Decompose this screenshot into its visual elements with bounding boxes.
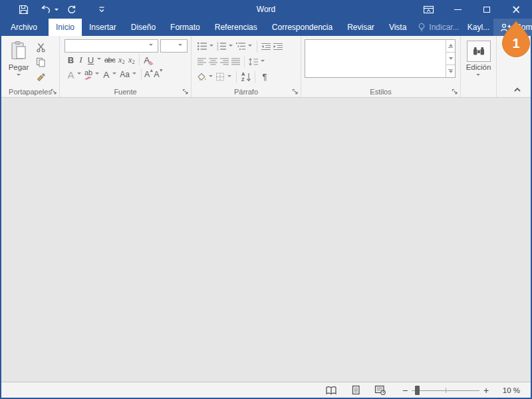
zoom-in-button[interactable]: + xyxy=(481,386,491,395)
zoom-slider-thumb[interactable] xyxy=(415,386,420,395)
collapse-ribbon-button[interactable] xyxy=(513,86,521,92)
shading-button[interactable] xyxy=(196,72,207,81)
tell-me-box[interactable]: Indicar... xyxy=(414,19,463,36)
borders-button[interactable] xyxy=(215,72,226,81)
maximize-button[interactable] xyxy=(472,0,501,19)
chevron-down-icon xyxy=(149,44,153,46)
tab-correspondencia[interactable]: Correspondencia xyxy=(265,19,340,36)
tab-vista[interactable]: Vista xyxy=(382,19,414,36)
fuente-group-label: Fuente xyxy=(60,88,191,96)
italic-button[interactable]: I xyxy=(76,55,86,65)
styles-scroll-down-button[interactable] xyxy=(446,52,455,65)
strikethrough-button[interactable]: abc xyxy=(103,56,116,64)
styles-scroll-up-button[interactable] xyxy=(446,40,455,52)
group-fuente: B I U abc x2 x2 A A ab xyxy=(60,36,192,97)
grow-font-button[interactable]: A▲ xyxy=(144,70,154,79)
increase-indent-button[interactable] xyxy=(272,43,284,51)
align-center-button[interactable] xyxy=(207,58,219,65)
ribbon: Pegar Portapapeles xyxy=(1,36,531,98)
subscript-button[interactable]: x2 xyxy=(116,55,126,65)
customize-toolbar-icon xyxy=(98,6,106,13)
align-left-button[interactable] xyxy=(196,58,207,65)
format-painter-button[interactable] xyxy=(36,72,46,81)
close-button[interactable]: × xyxy=(501,0,531,19)
copy-button[interactable] xyxy=(36,57,46,67)
shrink-arrow-icon: ▼ xyxy=(159,68,164,72)
group-estilos: Estilos xyxy=(301,36,461,97)
text-effects-dropdown-icon xyxy=(77,72,81,74)
font-size-combo[interactable] xyxy=(160,39,188,53)
step-callout-badge: 1 xyxy=(501,21,531,59)
paste-dropdown-icon xyxy=(17,74,21,76)
tab-referencias[interactable]: Referencias xyxy=(207,19,265,36)
estilos-group-label: Estilos xyxy=(301,88,460,96)
triangle-down-icon xyxy=(449,57,453,60)
chevron-down-icon xyxy=(178,44,182,46)
edicion-dropdown-icon xyxy=(476,74,480,76)
grow-arrow-icon: ▲ xyxy=(149,68,154,72)
align-right-button[interactable] xyxy=(219,58,230,65)
tab-archivo[interactable]: Archivo xyxy=(1,19,47,36)
bullets-button[interactable] xyxy=(196,42,208,51)
tab-diseno[interactable]: Diseño xyxy=(124,19,163,36)
quick-access-toolbar xyxy=(1,0,113,19)
document-area[interactable] xyxy=(1,98,531,382)
save-button[interactable] xyxy=(12,0,35,19)
divider xyxy=(139,54,140,66)
zoom-out-button[interactable]: − xyxy=(400,386,410,395)
zoom-level[interactable]: 10 % xyxy=(499,386,520,394)
zoom-slider[interactable] xyxy=(412,386,479,395)
ribbon-display-options-icon xyxy=(423,5,434,15)
tab-formato[interactable]: Formato xyxy=(163,19,207,36)
tab-revisar[interactable]: Revisar xyxy=(340,19,382,36)
show-marks-button[interactable]: ¶ xyxy=(262,72,267,82)
minimize-button[interactable] xyxy=(443,0,472,19)
word-window: Word × Archivo Inicio Insertar Diseño Fo… xyxy=(0,0,532,399)
print-layout-button[interactable] xyxy=(350,385,361,395)
paste-icon xyxy=(10,41,28,61)
numbering-button[interactable] xyxy=(215,42,227,51)
read-mode-button[interactable] xyxy=(325,386,337,395)
superscript-button[interactable]: x2 xyxy=(126,55,136,65)
chevron-down-icon xyxy=(55,9,59,11)
triangle-up-icon xyxy=(449,44,453,47)
group-parrafo: AZ ¶ Párrafo xyxy=(192,36,301,97)
decrease-indent-button[interactable] xyxy=(260,43,272,51)
change-case-dropdown-icon xyxy=(132,72,136,74)
clear-formatting-button[interactable]: A xyxy=(142,55,155,65)
callout-number: 1 xyxy=(501,36,531,51)
shrink-font-button[interactable]: A▼ xyxy=(154,70,163,79)
customize-quick-access-button[interactable] xyxy=(90,0,113,19)
cut-button[interactable] xyxy=(36,43,46,53)
styles-gallery[interactable] xyxy=(305,39,456,78)
text-effects-button[interactable]: A xyxy=(66,69,76,80)
justify-button[interactable] xyxy=(230,58,241,65)
redo-button[interactable] xyxy=(60,0,82,19)
undo-dropdown[interactable] xyxy=(53,0,60,19)
paste-button[interactable]: Pegar xyxy=(3,39,34,86)
tab-inicio[interactable]: Inicio xyxy=(49,19,82,36)
find-button[interactable] xyxy=(467,41,491,62)
font-color-dropdown-icon xyxy=(112,72,116,74)
ribbon-display-options-button[interactable] xyxy=(414,0,443,19)
ribbon-tab-bar: Archivo Inicio Insertar Diseño Formato R… xyxy=(1,19,531,36)
multilevel-list-button[interactable] xyxy=(235,42,247,51)
tab-insertar[interactable]: Insertar xyxy=(82,19,124,36)
underline-button[interactable]: U xyxy=(86,55,96,65)
user-account[interactable]: Kayl... xyxy=(464,19,493,36)
portapapeles-group-label: Portapapeles xyxy=(1,88,59,96)
font-color-button[interactable]: A xyxy=(101,70,111,80)
window-controls: × xyxy=(414,0,531,19)
font-name-combo[interactable] xyxy=(65,39,158,53)
change-case-button[interactable]: Aa xyxy=(118,70,131,79)
bold-button[interactable]: B xyxy=(66,55,76,65)
status-bar: − + 10 % xyxy=(1,382,531,398)
divider xyxy=(255,71,255,83)
highlight-button[interactable]: ab xyxy=(83,69,94,80)
sort-button[interactable]: AZ xyxy=(239,72,252,82)
numbering-dropdown-icon xyxy=(229,45,233,47)
web-layout-button[interactable] xyxy=(374,385,386,395)
underline-dropdown-icon xyxy=(97,58,101,60)
line-spacing-button[interactable] xyxy=(247,58,259,66)
styles-more-button[interactable] xyxy=(446,65,455,77)
